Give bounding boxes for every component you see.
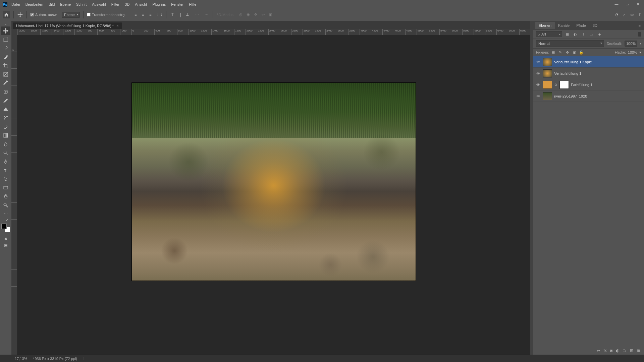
search-icon[interactable]: ⌕ bbox=[623, 13, 626, 17]
visibility-icon[interactable]: 👁 bbox=[535, 94, 541, 98]
tab-pfade[interactable]: Pfade bbox=[573, 22, 589, 29]
filter-type-icon[interactable]: T bbox=[580, 32, 586, 37]
layer-name[interactable]: Verlaufsfüllung 1 bbox=[554, 71, 642, 75]
lock-pixels-icon[interactable]: ✎ bbox=[558, 50, 562, 55]
share-icon[interactable]: ⇪ bbox=[638, 12, 641, 17]
lock-position-icon[interactable]: ✥ bbox=[565, 50, 570, 55]
layer-row[interactable]: 👁 Verlaufsfüllung 1 Kopie bbox=[533, 56, 644, 68]
layer-row[interactable]: 👁 Verlaufsfüllung 1 bbox=[533, 68, 644, 79]
layer-filter-type[interactable]: ⌕ Art bbox=[536, 31, 562, 37]
status-arrow-icon[interactable]: 〉 bbox=[83, 356, 86, 361]
menu-ansicht[interactable]: Ansicht bbox=[135, 2, 147, 6]
history-brush-tool[interactable] bbox=[1, 114, 10, 122]
layer-thumbnail[interactable] bbox=[543, 58, 552, 66]
panel-menu-icon[interactable]: ≡ bbox=[637, 23, 642, 27]
layer-name[interactable]: Farbfüllung 1 bbox=[571, 83, 642, 87]
layer-mask-icon[interactable]: ◙ bbox=[610, 348, 612, 353]
align-bottom-icon[interactable]: ⊥ bbox=[184, 12, 191, 18]
layer-thumbnail[interactable] bbox=[543, 92, 552, 100]
hand-tool[interactable] bbox=[1, 192, 10, 201]
healing-brush-tool[interactable] bbox=[1, 87, 10, 96]
ruler-horizontal[interactable]: -2000-1800-1600-1400-1200-1000-800-600-4… bbox=[17, 29, 530, 35]
auto-select-target[interactable]: Ebene bbox=[62, 12, 80, 18]
marquee-tool[interactable] bbox=[1, 35, 10, 44]
tab-ebenen[interactable]: Ebenen bbox=[535, 22, 555, 29]
quick-mask-icon[interactable]: ◙ bbox=[2, 235, 9, 242]
collapsed-panel-strip[interactable] bbox=[530, 21, 533, 355]
layer-name[interactable]: river-2951997_1920 bbox=[554, 94, 642, 98]
screen-mode-icon[interactable]: ▣ bbox=[2, 242, 9, 248]
lock-transparency-icon[interactable]: ▦ bbox=[551, 50, 555, 55]
layer-thumbnail[interactable] bbox=[543, 69, 552, 77]
layer-fx-icon[interactable]: fx bbox=[603, 348, 606, 353]
pen-tool[interactable] bbox=[1, 157, 10, 166]
layer-mask-thumbnail[interactable] bbox=[559, 81, 569, 89]
link-layers-icon[interactable]: ⇔ bbox=[597, 348, 600, 353]
maximize-button[interactable]: ▭ bbox=[624, 2, 631, 6]
eraser-tool[interactable] bbox=[1, 122, 10, 131]
crop-tool[interactable] bbox=[1, 61, 10, 70]
align-hcenter-icon[interactable]: ≡ bbox=[140, 12, 146, 18]
path-selection-tool[interactable] bbox=[1, 175, 10, 183]
foreground-color[interactable] bbox=[1, 224, 7, 229]
fill-stepper-icon[interactable]: ▾ bbox=[639, 50, 641, 55]
canvas-viewport[interactable] bbox=[17, 35, 530, 355]
magic-wand-tool[interactable] bbox=[1, 53, 10, 61]
menu-bearbeiten[interactable]: Bearbeiten bbox=[25, 2, 43, 6]
filter-pixel-icon[interactable]: ▦ bbox=[564, 32, 570, 37]
blend-mode-select[interactable]: Normal bbox=[536, 40, 604, 47]
new-layer-icon[interactable]: ⊞ bbox=[630, 348, 633, 353]
toolbar-expand-icon[interactable]: » bbox=[0, 23, 11, 26]
delete-layer-icon[interactable]: 🗑 bbox=[637, 348, 641, 353]
menu-plugins[interactable]: Plug-ins bbox=[152, 2, 166, 6]
move-tool[interactable] bbox=[1, 26, 10, 35]
menu-hilfe[interactable]: Hilfe bbox=[189, 2, 196, 6]
dodge-tool[interactable] bbox=[1, 148, 10, 157]
canvas-image[interactable] bbox=[132, 83, 416, 281]
layer-name[interactable]: Verlaufsfüllung 1 Kopie bbox=[554, 60, 642, 64]
menu-bild[interactable]: Bild bbox=[49, 2, 55, 6]
color-swatches[interactable] bbox=[1, 224, 10, 232]
menu-fenster[interactable]: Fenster bbox=[171, 2, 183, 6]
distribute-h-icon[interactable]: ⋮⋮ bbox=[157, 12, 163, 18]
distribute-v-icon[interactable]: ⋯ bbox=[194, 12, 200, 18]
filter-toggle[interactable] bbox=[638, 32, 641, 37]
zoom-tool[interactable] bbox=[1, 201, 10, 209]
zoom-level[interactable]: 17,13% bbox=[15, 357, 27, 361]
document-info[interactable]: 4936 Px x 3319 Px (72 ppi) bbox=[33, 357, 77, 361]
tab-3d[interactable]: 3D bbox=[589, 22, 601, 29]
align-vcenter-icon[interactable]: ╫ bbox=[177, 12, 183, 18]
layer-row[interactable]: 👁 river-2951997_1920 bbox=[533, 90, 644, 102]
document-tab[interactable]: Unbenannt-1 bei 17,1% (Verlaufsfüllung 1… bbox=[13, 22, 122, 29]
filter-shape-icon[interactable]: ▭ bbox=[588, 32, 594, 37]
tab-kanaele[interactable]: Kanäle bbox=[555, 22, 573, 29]
brush-tool[interactable] bbox=[1, 96, 10, 105]
new-group-icon[interactable]: 🗀 bbox=[623, 348, 627, 353]
swap-colors-icon[interactable]: ⤢ bbox=[3, 218, 11, 222]
blur-tool[interactable] bbox=[1, 140, 10, 148]
layer-thumbnail[interactable] bbox=[543, 81, 552, 89]
visibility-icon[interactable]: 👁 bbox=[535, 83, 541, 87]
edit-toolbar-icon[interactable]: ⋯ bbox=[1, 209, 10, 218]
auto-select-checkbox[interactable]: Autom. ausw.: bbox=[30, 13, 58, 17]
menu-ebene[interactable]: Ebene bbox=[60, 2, 71, 6]
lock-artboard-icon[interactable]: ▣ bbox=[572, 50, 577, 55]
menu-schrift[interactable]: Schrift bbox=[76, 2, 87, 6]
lock-all-icon[interactable]: 🔒 bbox=[579, 50, 584, 55]
menu-filter[interactable]: Filter bbox=[111, 2, 119, 6]
visibility-icon[interactable]: 👁 bbox=[535, 71, 541, 75]
opacity-value[interactable]: 100% bbox=[625, 41, 637, 47]
opacity-stepper-icon[interactable]: ▾ bbox=[640, 42, 641, 45]
new-adjustment-icon[interactable]: ◐ bbox=[616, 348, 619, 353]
menu-datei[interactable]: Datei bbox=[11, 2, 20, 6]
transform-controls-checkbox[interactable]: Transformationsstrg. bbox=[87, 13, 125, 17]
menu-auswahl[interactable]: Auswahl bbox=[92, 2, 106, 6]
document-tab-close-icon[interactable]: × bbox=[116, 24, 118, 28]
workspace-icon[interactable]: ▭ bbox=[630, 12, 634, 17]
rectangle-tool[interactable] bbox=[1, 183, 10, 192]
fill-value[interactable]: 100% bbox=[628, 50, 637, 54]
more-options-icon[interactable]: ⋯ bbox=[203, 12, 209, 18]
filter-adjustment-icon[interactable]: ◐ bbox=[572, 32, 578, 37]
gradient-tool[interactable] bbox=[1, 131, 10, 140]
menu-3d[interactable]: 3D bbox=[125, 2, 129, 6]
